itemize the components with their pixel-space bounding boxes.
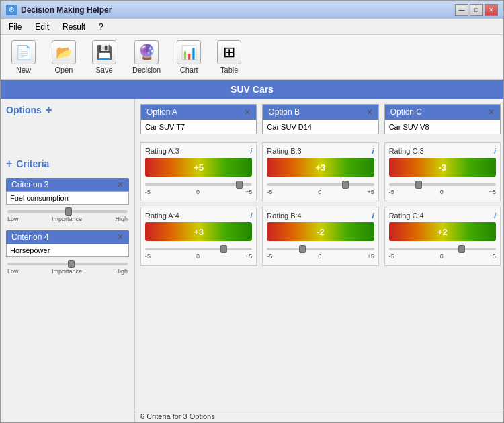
- criterion-4-mid: Importance: [52, 268, 82, 275]
- menu-file[interactable]: File: [3, 21, 27, 33]
- menu-edit[interactable]: Edit: [30, 21, 54, 33]
- criterion-3-close[interactable]: ✕: [117, 180, 124, 189]
- app-icon: ⚙: [6, 5, 17, 15]
- rating-b3-thumb[interactable]: [342, 181, 349, 189]
- options-header: Options +: [6, 104, 129, 116]
- scale-max: +5: [489, 253, 496, 260]
- rating-c4-info[interactable]: i: [494, 211, 496, 220]
- criterion-4-slider-thumb[interactable]: [68, 260, 75, 268]
- rating-c4-thumb[interactable]: [458, 245, 465, 253]
- open-icon: 📂: [52, 40, 76, 64]
- criterion-4-close[interactable]: ✕: [117, 232, 124, 242]
- option-c-header: Option C ✕: [385, 105, 500, 120]
- rating-a3-header: Rating A:3 i: [145, 147, 252, 155]
- rating-b3-scale: -5 0 +5: [267, 189, 374, 195]
- chart-label: Chart: [180, 66, 198, 74]
- option-b-close[interactable]: ✕: [366, 107, 373, 117]
- rating-a3-label: Rating A:3: [145, 147, 179, 155]
- option-c-input[interactable]: [385, 120, 500, 134]
- save-label: Save: [95, 66, 112, 74]
- rating-a4-value: +3: [194, 227, 204, 237]
- new-label: New: [16, 66, 31, 74]
- scale-min: -5: [145, 189, 151, 195]
- option-a-close[interactable]: ✕: [244, 107, 251, 117]
- rating-c4-slider-area: -5 0 +5: [389, 244, 496, 261]
- rating-c3-thumb[interactable]: [415, 181, 422, 189]
- rating-b3-bar: +3: [267, 158, 374, 177]
- rating-a4-info[interactable]: i: [250, 211, 252, 220]
- scale-mid: 0: [196, 253, 200, 260]
- rating-b4-thumb[interactable]: [299, 245, 306, 253]
- status-bar: 6 Criteria for 3 Options: [135, 410, 503, 422]
- rating-a4-thumb[interactable]: [220, 245, 227, 253]
- criterion-3-slider-thumb[interactable]: [65, 207, 72, 216]
- main-window: ⚙ Decision Making Helper — □ ✕ File Edit…: [0, 0, 504, 423]
- scale-max: +5: [367, 189, 374, 195]
- title-bar-left: ⚙ Decision Making Helper: [6, 5, 112, 15]
- criterion-4-title: Criterion 4 ✕: [6, 230, 129, 244]
- maximize-button[interactable]: □: [470, 4, 483, 16]
- rating-b3-info[interactable]: i: [372, 147, 374, 155]
- open-label: Open: [55, 66, 73, 74]
- section-title: SUV Cars: [1, 80, 503, 99]
- rating-c4-scale: -5 0 +5: [389, 253, 496, 260]
- open-button[interactable]: 📂 Open: [46, 38, 81, 77]
- scale-max: +5: [245, 189, 252, 195]
- rating-b3-card: Rating B:3 i +3 -5 0: [262, 142, 378, 201]
- rating-a4-track: [145, 248, 252, 250]
- rating-b4-info[interactable]: i: [372, 211, 374, 220]
- menu-help[interactable]: ?: [93, 21, 109, 33]
- rating-b4-card: Rating B:4 i -2 -5 0: [262, 207, 378, 266]
- rating-c3-track: [389, 183, 496, 186]
- menu-result[interactable]: Result: [57, 21, 91, 33]
- option-card-b: Option B ✕: [262, 104, 378, 134]
- table-button[interactable]: ⊞ Table: [212, 38, 247, 77]
- chart-button[interactable]: 📊 Chart: [171, 38, 206, 77]
- table-label: Table: [220, 66, 238, 74]
- rating-c4-value: +2: [437, 227, 448, 237]
- add-criteria-button[interactable]: +: [6, 158, 12, 170]
- rating-c3-value: -3: [439, 162, 447, 173]
- rating-c3-header: Rating C:3 i: [389, 147, 496, 155]
- rating-b3-label: Rating B:3: [267, 147, 301, 155]
- add-option-button[interactable]: +: [46, 104, 52, 116]
- criterion-3-input[interactable]: [6, 191, 129, 205]
- decision-button[interactable]: 🔮 Decision: [127, 38, 166, 77]
- criterion-card-4: Criterion 4 ✕ Low Importance High: [6, 230, 129, 277]
- rating-a3-slider-area: -5 0 +5: [145, 179, 252, 197]
- rating-a4-header: Rating A:4 i: [145, 211, 252, 220]
- scale-max: +5: [367, 253, 374, 260]
- rating-a3-track: [145, 183, 252, 186]
- rating-c3-info[interactable]: i: [494, 147, 496, 155]
- save-button[interactable]: 💾 Save: [87, 38, 122, 77]
- rating-c3-slider-area: -5 0 +5: [389, 179, 496, 197]
- rating-b4-bar: -2: [267, 222, 374, 241]
- rating-a3-info[interactable]: i: [250, 147, 252, 155]
- scale-min: -5: [389, 189, 394, 195]
- scale-mid: 0: [440, 189, 444, 195]
- close-button[interactable]: ✕: [485, 4, 498, 16]
- option-card-a: Option A ✕: [140, 104, 257, 134]
- criterion-4-slider-track: [7, 263, 128, 265]
- minimize-button[interactable]: —: [455, 4, 468, 16]
- table-icon: ⊞: [217, 40, 241, 64]
- option-c-close[interactable]: ✕: [488, 107, 495, 117]
- new-button[interactable]: 📄 New: [6, 38, 41, 77]
- rating-a3-thumb[interactable]: [236, 181, 243, 189]
- rating-a3-bar: +5: [145, 158, 252, 177]
- criterion-4-low: Low: [7, 268, 19, 275]
- rating-c4-track: [389, 248, 496, 250]
- rating-c3-scale: -5 0 +5: [389, 189, 496, 195]
- option-a-input[interactable]: [141, 120, 256, 134]
- rating-c3-card: Rating C:3 i -3 -5 0: [384, 142, 501, 201]
- rating-c4-bar: +2: [389, 222, 496, 241]
- rating-c4-header: Rating C:4 i: [389, 211, 496, 220]
- rating-a4-card: Rating A:4 i +3 -5 0: [140, 207, 257, 266]
- criterion-4-input[interactable]: [6, 244, 129, 257]
- options-label: Options: [6, 105, 42, 115]
- scale-mid: 0: [440, 253, 444, 260]
- option-a-header: Option A ✕: [141, 105, 256, 120]
- option-b-input[interactable]: [263, 120, 378, 134]
- rating-b3-header: Rating B:3 i: [267, 147, 374, 155]
- rating-c4-card: Rating C:4 i +2 -5 0: [384, 207, 501, 266]
